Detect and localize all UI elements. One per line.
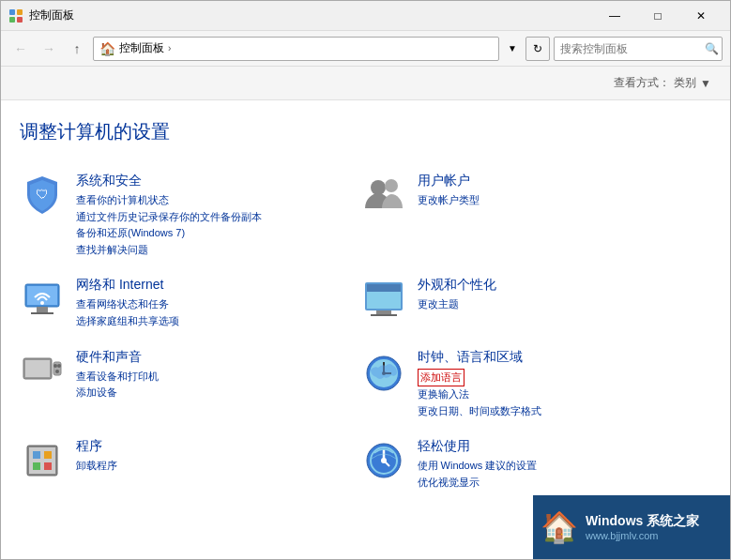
- title-bar-icon: [8, 8, 23, 23]
- watermark: 🏠 Windows 系统之家 www.bjjmlv.com: [533, 495, 730, 559]
- watermark-house-icon: 🏠: [541, 509, 578, 545]
- accessibility-link-1[interactable]: 优化视觉显示: [418, 475, 703, 492]
- minimize-button[interactable]: —: [593, 1, 636, 31]
- title-bar: 控制面板 — □ ✕: [1, 1, 730, 31]
- title-bar-controls: — □ ✕: [593, 1, 723, 31]
- appearance-icon: [361, 277, 406, 322]
- accessibility-title[interactable]: 轻松使用: [418, 438, 703, 455]
- svg-rect-32: [33, 462, 40, 470]
- svg-rect-1: [17, 9, 23, 15]
- category-hardware: 硬件和声音 查看设备和打印机 添加设备: [20, 340, 361, 430]
- clock-info: 时钟、语言和区域 添加语言 更换输入法 更改日期、时间或数字格式: [418, 349, 703, 420]
- svg-rect-16: [371, 314, 397, 316]
- category-clock: 时钟、语言和区域 添加语言 更换输入法 更改日期、时间或数字格式: [361, 340, 703, 430]
- search-button[interactable]: 🔍: [705, 42, 719, 55]
- svg-rect-30: [33, 451, 40, 459]
- accessibility-link-0[interactable]: 使用 Windows 建议的设置: [418, 458, 703, 475]
- accessibility-icon: [361, 438, 406, 483]
- hardware-icon: [20, 349, 65, 394]
- category-accessibility: 轻松使用 使用 Windows 建议的设置 优化视觉显示: [361, 429, 703, 500]
- category-system-security: 🛡 系统和安全 查看你的计算机状态 通过文件历史记录保存你的文件备份副本 备份和…: [20, 163, 361, 267]
- system-security-link-1[interactable]: 通过文件历史记录保存你的文件备份副本: [76, 209, 361, 226]
- clock-link-1[interactable]: 更换输入法: [418, 386, 703, 403]
- back-button[interactable]: ←: [8, 37, 33, 61]
- category-grid: 🛡 系统和安全 查看你的计算机状态 通过文件历史记录保存你的文件备份副本 备份和…: [20, 163, 702, 501]
- address-dropdown-button[interactable]: ▼: [503, 37, 522, 61]
- content-area: 调整计算机的设置 🛡 系统和安全 查看你的计算机状态 通过文件历史: [1, 100, 730, 559]
- user-accounts-link-0[interactable]: 更改帐户类型: [418, 192, 703, 209]
- network-icon: [20, 277, 65, 322]
- main-window: 控制面板 — □ ✕ ← → ↑ 🏠 控制面板 › ▼ ↻ 🔍 查看方式： 类别…: [0, 0, 731, 560]
- address-path: 🏠 控制面板 ›: [93, 37, 499, 61]
- svg-rect-33: [44, 462, 52, 470]
- svg-rect-9: [37, 307, 48, 312]
- svg-rect-2: [9, 17, 15, 23]
- programs-info: 程序 卸载程序: [76, 438, 361, 475]
- clock-link-0[interactable]: 添加语言: [418, 369, 464, 387]
- svg-rect-15: [376, 310, 391, 314]
- programs-link-0[interactable]: 卸载程序: [76, 458, 361, 475]
- watermark-title: Windows 系统之家: [586, 513, 699, 530]
- svg-rect-0: [9, 9, 15, 15]
- accessibility-info: 轻松使用 使用 Windows 建议的设置 优化视觉显示: [418, 438, 703, 491]
- page-title: 调整计算机的设置: [20, 119, 702, 144]
- category-appearance: 外观和个性化 更改主题: [361, 267, 703, 339]
- system-security-link-3[interactable]: 查找并解决问题: [76, 242, 361, 259]
- hardware-link-1[interactable]: 添加设备: [76, 385, 361, 401]
- address-bar: ← → ↑ 🏠 控制面板 › ▼ ↻ 🔍: [1, 31, 730, 67]
- search-input[interactable]: [554, 37, 723, 61]
- close-button[interactable]: ✕: [679, 1, 723, 31]
- hardware-info: 硬件和声音 查看设备和打印机 添加设备: [76, 349, 361, 401]
- appearance-link-0[interactable]: 更改主题: [418, 296, 703, 313]
- svg-rect-18: [25, 360, 50, 377]
- system-security-link-2[interactable]: 备份和还原(Windows 7): [76, 225, 361, 242]
- maximize-button[interactable]: □: [636, 1, 679, 31]
- network-info: 网络和 Internet 查看网络状态和任务 选择家庭组和共享选项: [76, 277, 361, 329]
- svg-point-6: [385, 179, 398, 192]
- dropdown-icon[interactable]: ▼: [700, 77, 711, 90]
- category-network: 网络和 Internet 查看网络状态和任务 选择家庭组和共享选项: [20, 267, 361, 339]
- programs-title[interactable]: 程序: [76, 438, 361, 455]
- svg-rect-10: [31, 312, 53, 314]
- appearance-title[interactable]: 外观和个性化: [418, 277, 703, 294]
- view-value: 类别: [674, 75, 696, 91]
- title-bar-text: 控制面板: [29, 8, 593, 23]
- system-security-icon: 🛡: [20, 173, 65, 218]
- breadcrumb: 控制面板: [119, 40, 164, 56]
- clock-link-2[interactable]: 更改日期、时间或数字格式: [418, 403, 703, 420]
- system-security-link-0[interactable]: 查看你的计算机状态: [76, 192, 361, 209]
- category-user-accounts: 用户帐户 更改帐户类型: [361, 163, 703, 267]
- user-accounts-info: 用户帐户 更改帐户类型: [418, 173, 703, 209]
- search-wrapper: 🔍: [554, 37, 723, 61]
- forward-button[interactable]: →: [37, 37, 61, 61]
- path-icon: 🏠: [99, 41, 115, 56]
- scroll-area: 调整计算机的设置 🛡 系统和安全 查看你的计算机状态 通过文件历史: [1, 100, 730, 559]
- category-programs: 程序 卸载程序: [20, 429, 361, 500]
- watermark-text-area: Windows 系统之家 www.bjjmlv.com: [586, 513, 699, 541]
- refresh-button[interactable]: ↻: [525, 37, 550, 61]
- up-button[interactable]: ↑: [65, 37, 89, 61]
- hardware-link-0[interactable]: 查看设备和打印机: [76, 369, 361, 386]
- svg-point-5: [371, 180, 386, 195]
- hardware-title[interactable]: 硬件和声音: [76, 349, 361, 366]
- svg-rect-14: [367, 284, 401, 292]
- svg-text:🛡: 🛡: [36, 187, 49, 202]
- programs-icon: [20, 438, 65, 483]
- breadcrumb-sep: ›: [168, 43, 171, 53]
- appearance-info: 外观和个性化 更改主题: [418, 277, 703, 313]
- svg-point-11: [40, 301, 44, 305]
- clock-title[interactable]: 时钟、语言和区域: [418, 349, 703, 366]
- network-link-0[interactable]: 查看网络状态和任务: [76, 296, 361, 313]
- svg-point-21: [57, 364, 61, 368]
- user-accounts-title[interactable]: 用户帐户: [418, 173, 703, 189]
- user-accounts-icon: [361, 173, 406, 218]
- toolbar: 查看方式： 类别 ▼: [1, 67, 730, 100]
- network-link-1[interactable]: 选择家庭组和共享选项: [76, 313, 361, 330]
- clock-icon: [361, 349, 406, 394]
- network-title[interactable]: 网络和 Internet: [76, 277, 361, 294]
- system-security-info: 系统和安全 查看你的计算机状态 通过文件历史记录保存你的文件备份副本 备份和还原…: [76, 173, 361, 258]
- svg-point-22: [55, 370, 59, 373]
- view-label: 查看方式：: [614, 75, 670, 91]
- system-security-title[interactable]: 系统和安全: [76, 173, 361, 189]
- svg-rect-31: [44, 451, 52, 459]
